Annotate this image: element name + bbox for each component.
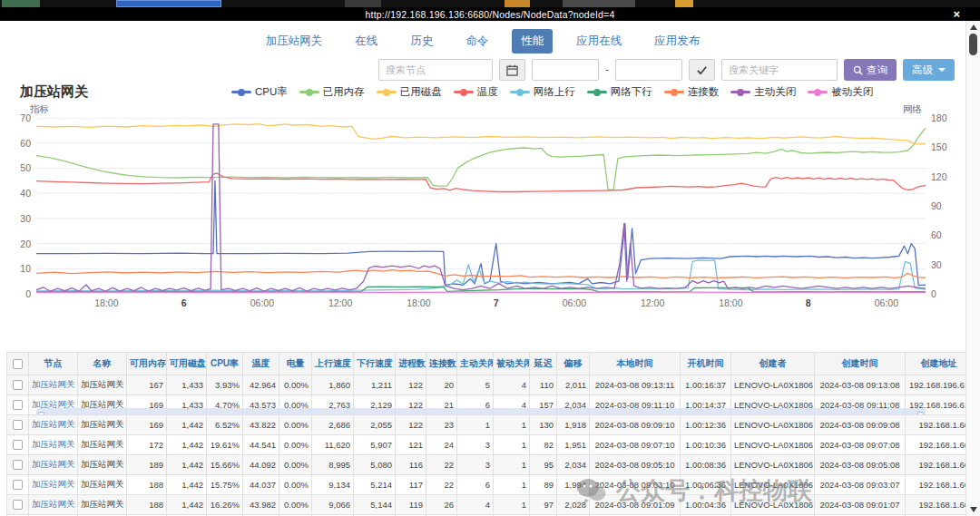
left-axis-label: 指标 (30, 103, 49, 116)
x-tick-06:00: 06:00 (875, 297, 898, 308)
background-fragment (675, 0, 693, 7)
left-tick-0: 0 (4, 288, 31, 299)
cell-创建时间: 2024-03-08 09:09:08 (815, 415, 906, 435)
legend-item-温度[interactable]: 温度 (454, 85, 498, 99)
right-tick-90: 90 (931, 200, 958, 211)
tab-性能[interactable]: 性能 (512, 29, 553, 54)
cell-创建地址: 192.168.1.66 (906, 435, 973, 455)
legend-item-CPU率[interactable]: CPU率 (231, 85, 288, 99)
date-from-input[interactable] (532, 59, 599, 81)
legend-item-连接数[interactable]: 连接数 (664, 85, 720, 99)
node-link[interactable]: 加压站网关 (29, 415, 78, 435)
column-header-连接数[interactable]: 连接数 (426, 353, 457, 375)
cell-可用磁盘: 1,442 (167, 495, 207, 515)
node-link[interactable]: 加压站网关 (29, 395, 78, 415)
legend-item-已用磁盘[interactable]: 已用磁盘 (377, 85, 442, 99)
cell-上行速度: 9,134 (312, 475, 354, 495)
scrollbar[interactable] (965, 21, 980, 516)
legend-item-被动关闭[interactable]: 被动关闭 (808, 85, 873, 99)
close-icon[interactable]: × (953, 7, 960, 21)
node-link[interactable]: 加压站网关 (29, 495, 78, 515)
column-header-开机时间[interactable]: 开机时间 (681, 353, 731, 375)
query-button[interactable]: 查询 (844, 59, 897, 81)
column-header-下行速度[interactable]: 下行速度 (354, 353, 396, 375)
row-checkbox[interactable] (13, 400, 23, 410)
column-header-偏移[interactable]: 偏移 (557, 353, 590, 375)
column-header-创建者[interactable]: 创建者 (731, 353, 815, 375)
column-header-创建地址[interactable]: 创建地址 (906, 353, 973, 375)
column-header-名称[interactable]: 名称 (78, 353, 127, 375)
cell-被动关闭: 4 (494, 395, 530, 415)
table-row: 加压站网关加压站网关1721,44219.61%44.5410.00%11,62… (7, 435, 973, 455)
row-checkbox[interactable] (13, 500, 23, 510)
column-header-节点[interactable]: 节点 (29, 353, 78, 375)
tab-在线[interactable]: 在线 (346, 29, 387, 54)
legend-marker-icon (730, 91, 750, 93)
cell-进程数: 122 (396, 415, 426, 435)
column-header-可用内存[interactable]: 可用内存 (127, 353, 167, 375)
legend-item-网络上行[interactable]: 网络上行 (510, 85, 575, 99)
node-link[interactable]: 加压站网关 (29, 375, 78, 395)
cell-本地时间: 2024-03-08 09:01:09 (590, 495, 681, 515)
cell-电量: 0.00% (279, 455, 312, 475)
column-header-温度[interactable]: 温度 (243, 353, 279, 375)
cell-CPU率: 19.61% (207, 435, 243, 455)
column-header-进程数[interactable]: 进程数 (396, 353, 426, 375)
left-tick-30: 30 (4, 213, 31, 224)
node-link[interactable]: 加压站网关 (29, 435, 78, 455)
table-row: 加压站网关加压站网关1881,44216.26%43.9820.00%9,066… (7, 495, 973, 515)
cell-创建地址: 192.168.1.66 (906, 495, 973, 515)
cell-温度: 44.092 (243, 455, 279, 475)
tab-应用发布[interactable]: 应用发布 (645, 29, 709, 54)
x-tick-12:00: 12:00 (641, 297, 664, 308)
row-checkbox[interactable] (13, 420, 23, 430)
column-header-主动关闭[interactable]: 主动关闭 (457, 353, 494, 375)
tab-加压站网关[interactable]: 加压站网关 (257, 29, 332, 54)
column-header-本地时间[interactable]: 本地时间 (590, 353, 681, 375)
cell-连接数: 23 (426, 415, 457, 435)
tab-命令[interactable]: 命令 (456, 29, 497, 54)
confirm-button[interactable] (689, 59, 715, 81)
column-header-电量[interactable]: 电量 (279, 353, 312, 375)
column-header-创建时间[interactable]: 创建时间 (815, 353, 906, 375)
row-checkbox[interactable] (13, 440, 23, 450)
column-header-CPU率[interactable]: CPU率 (207, 353, 243, 375)
column-header-延迟[interactable]: 延迟 (530, 353, 557, 375)
calendar-button[interactable] (499, 59, 525, 81)
left-tick-50: 50 (4, 162, 31, 173)
search-icon (853, 65, 863, 75)
select-all-checkbox[interactable] (13, 359, 23, 369)
cell-主动关闭: 3 (457, 435, 494, 455)
search-keyword-input[interactable] (721, 59, 838, 81)
select-all-header[interactable] (7, 353, 29, 375)
date-to-input[interactable] (615, 59, 682, 81)
background-window-strip (0, 0, 980, 7)
cell-创建者: LENOVO-LA0X1806 (731, 375, 815, 395)
cell-本地时间: 2024-03-08 09:09:10 (590, 415, 681, 435)
cell-开机时间: 1.00:08:36 (681, 455, 731, 475)
legend-marker-icon (808, 91, 828, 93)
advanced-button[interactable]: 高级 (903, 59, 955, 81)
node-link[interactable]: 加压站网关 (29, 455, 78, 475)
row-checkbox[interactable] (13, 380, 23, 390)
scrollbar-thumb[interactable] (969, 34, 977, 55)
cell-进程数: 116 (396, 455, 426, 475)
cell-本地时间: 2024-03-08 09:13:11 (590, 375, 681, 395)
legend-item-网络下行[interactable]: 网络下行 (587, 85, 652, 99)
cell-被动关闭: 1 (494, 415, 530, 435)
column-header-上行速度[interactable]: 上行速度 (312, 353, 354, 375)
legend-item-主动关闭[interactable]: 主动关闭 (730, 85, 796, 99)
row-checkbox[interactable] (13, 460, 23, 470)
scroll-down-icon[interactable] (970, 507, 977, 512)
tab-应用在线[interactable]: 应用在线 (567, 29, 631, 54)
search-node-input[interactable] (378, 59, 493, 81)
column-header-可用磁盘[interactable]: 可用磁盘 (167, 353, 207, 375)
cell-下行速度: 5,907 (354, 435, 396, 455)
node-link[interactable]: 加压站网关 (29, 475, 78, 495)
cell-延迟: 97 (530, 495, 557, 515)
legend-item-已用内存[interactable]: 已用内存 (299, 85, 365, 99)
column-header-被动关闭[interactable]: 被动关闭 (494, 353, 530, 375)
scroll-up-icon[interactable] (970, 24, 977, 30)
row-checkbox[interactable] (13, 480, 23, 490)
tab-历史[interactable]: 历史 (401, 29, 442, 54)
